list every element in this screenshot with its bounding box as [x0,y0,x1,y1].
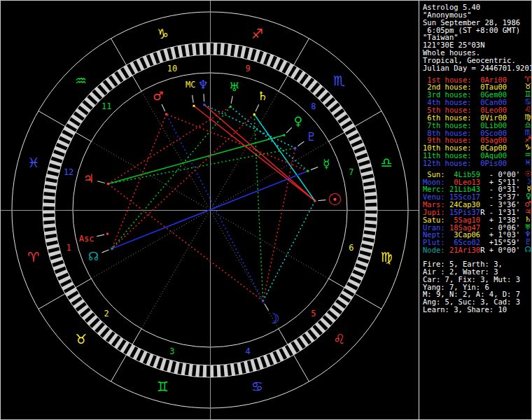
aspect-mercury-opposition-node [112,171,308,248]
pisces-sign-icon: ♓ [27,155,39,170]
degree-pointer [318,200,326,201]
planet-mercury: ☿ [307,157,330,172]
gemini-sign-icon: ♊ [157,379,169,394]
planet-row: Node: 21Ari30R + 0°00'☊ [423,246,532,254]
degree-dot [294,147,296,149]
house-number: 11 [102,102,111,111]
house-number: 3 [169,346,174,356]
planet-icon: ☊ [524,246,532,254]
house-list: 1st house: 0Ari00♈ 2nd house: 0Tau00♉ 3r… [423,76,532,167]
taurus-sign-icon: ♉ [75,331,87,346]
venus-icon: ♀ [294,114,302,128]
house-number: 9 [245,64,250,74]
house-number: 2 [104,309,109,318]
aspect-jupiter-trine-pluto [108,148,295,183]
planet-moon: ☽ [262,300,279,327]
house-cusp-line [214,212,329,279]
degree-pointer [162,104,165,111]
chart-wheel-panel: 123456789101112♈♉♊♋♌♍♎♏♐♑♒♓☉☽☿♀♂♃♄♅♆♇☊As… [1,1,419,419]
pluto-icon: ♇ [306,130,316,144]
planet-uranus: ♅ [229,80,239,108]
house-number: 12 [64,167,74,177]
leo-sign-icon: ♌ [333,331,345,346]
planet-mars: ♂ [153,89,167,115]
astrolog-window: 123456789101112♈♉♊♋♌♍♎♏♐♑♒♓☉☽☿♀♂♃♄♅♆♇☊As… [0,0,532,420]
jupiter-icon: ♃ [83,172,94,186]
mercury-icon: ☿ [323,157,330,171]
planet-row: Satu: 5Sag10 + 1°38'♄ [423,216,532,224]
degree-pointer [311,167,318,170]
house-number: 6 [349,243,354,253]
planet-sun: ☉ [314,190,342,209]
chart-info: Astrolog 5.40"Anonymous"Sun September 28… [423,4,532,72]
degree-dot [253,113,255,115]
mc-label: MC [186,80,195,90]
planet-label: Sun: [423,171,445,178]
planet-saturn: ♄ [253,89,268,115]
scorpio-sign-icon: ♏ [333,73,345,88]
degree-dot [107,183,109,185]
degree-dot [283,134,285,136]
aspect-neptune-sextile-pluto [204,105,295,148]
degree-pointer [204,94,204,102]
degree-pointer [97,181,105,183]
degree-pointer [286,127,292,133]
planet-velocity: - 0°00' [485,171,521,178]
libra-sign-icon: ♎ [381,155,393,170]
aspect-moon-sesquiquadrate-jupiter [108,184,263,301]
degree-pointer [192,95,194,103]
degree-pointer [298,141,304,146]
house-number: 4 [245,346,250,356]
house-number: 8 [311,102,316,111]
sagittarius-sign-icon: ♐ [251,26,263,41]
planet-label: Node: [423,246,445,254]
info-line-8: Julian Day = 2446701.9201 [423,64,532,72]
planet-list: Sun: 4Lib59 - 0°00'☉Moon: 0Leo13 + 5°11'… [423,171,532,254]
planet-neptune: ♆ [198,78,209,106]
degree-pointer [97,234,104,236]
degree-dot [111,248,113,250]
planet-velocity: + 1°38' [485,216,521,224]
stat-line-2: Car: 7, Fix: 3, Mut: 3 [423,276,532,284]
degree-pointer [102,250,109,253]
planet-venus: ♀ [283,114,302,136]
degree-dot [192,105,195,107]
planet-mc: MC [186,80,195,106]
degree-pointer [255,104,259,111]
house-cusp-line [141,214,208,329]
planet-label: Satu: [423,216,445,224]
stat-line-6: Learn: 3, Share: 10 [423,306,532,314]
planet-asc: Asc [79,233,108,244]
house-cusp-text: 12th house: 0Pis00 [423,160,507,167]
degree-dot [230,106,232,108]
aspect-moon-opposition-mars [167,114,263,301]
degree-pointer [231,96,232,104]
planet-position: 4Lib59 [445,171,481,178]
aspect-moon-square-pluto [263,148,295,301]
degree-dot [262,300,264,302]
house-number: 5 [311,309,316,318]
moon-icon: ☽ [267,310,279,327]
degree-dot [203,104,205,106]
aspect-sun-sextile-moon [263,201,315,301]
node-icon: ☊ [88,249,99,263]
capricorn-sign-icon: ♑ [157,26,169,41]
aquarius-sign-icon: ♒ [75,73,87,88]
aspect-saturn-sesquiquadrate-node [112,114,254,248]
uranus-icon: ♅ [229,80,239,94]
mars-icon: ♂ [153,89,163,103]
neptune-icon: ♆ [198,78,209,92]
degree-dot [307,170,309,172]
chart-statistics: Fire: 5, Earth: 3,Air : 2, Water: 3Car: … [423,260,532,314]
degree-dot [165,113,167,115]
info-line-2: Sun September 28, 1986 [423,19,532,27]
sun-icon: ☉ [328,190,342,209]
planet-velocity: + 0°00' [485,246,521,254]
house-row: 12th house: 0Pis00♓ [423,160,532,167]
natal-chart-wheel: 123456789101112♈♉♊♋♌♍♎♏♐♑♒♓☉☽☿♀♂♃♄♅♆♇☊As… [1,1,419,419]
house-number: 1 [66,243,71,253]
degree-dot [106,233,108,235]
house-row: 7th house: 0Lib00♎ [423,122,532,130]
degree-dot [314,200,316,202]
zodiac-sign-icon: ♓ [524,160,532,167]
